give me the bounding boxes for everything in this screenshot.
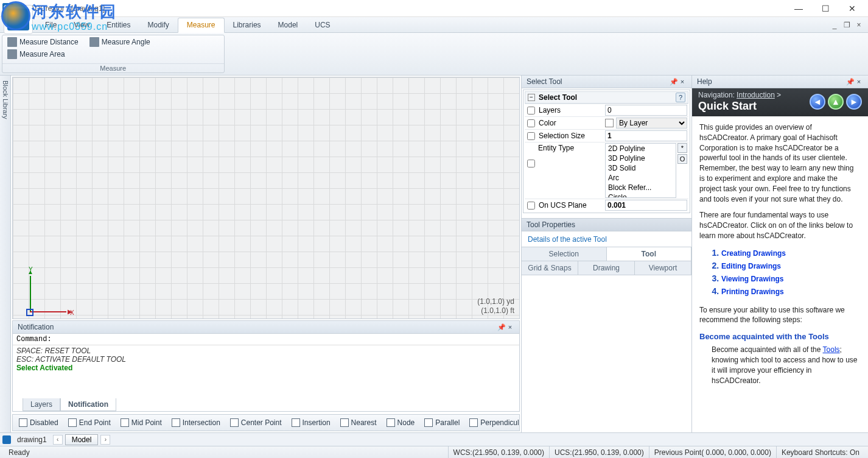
command-input[interactable]: Command:	[13, 334, 519, 345]
color-swatch	[605, 119, 614, 127]
menu-libraries[interactable]: Libraries	[225, 17, 270, 32]
snap-nearest-button[interactable]: Nearest	[337, 417, 380, 428]
select-tool-panel-header: Select Tool 📌 ×	[522, 76, 691, 88]
entity-type-checkbox[interactable]	[527, 160, 535, 167]
help-link-creating[interactable]: Creating Drawings	[721, 249, 786, 258]
block-library-tab[interactable]: Block Library	[0, 76, 11, 432]
snap-center-button[interactable]: Center Point	[226, 417, 285, 428]
mdi-restore-button[interactable]: ❐	[841, 20, 852, 30]
tab-viewport[interactable]: Viewport	[634, 261, 691, 275]
entity-none-button[interactable]: O	[677, 154, 687, 164]
window-title: hsCADCreator - [drawing1]	[17, 4, 785, 13]
layers-input[interactable]	[605, 105, 687, 116]
tab-drawing[interactable]: Drawing	[578, 261, 635, 275]
status-ucs: UCS:(21.950, 0.139, 0.000)	[549, 446, 649, 458]
nearest-icon	[340, 418, 349, 427]
menu-ucs[interactable]: UCS	[306, 17, 338, 32]
status-wcs: WCS:(21.950, 0.139, 0.000)	[448, 446, 549, 458]
parallel-icon	[424, 418, 433, 427]
status-bar: Ready WCS:(21.950, 0.139, 0.000) UCS:(21…	[0, 446, 868, 458]
ribbon: Measure Distance Measure Angle Measure A…	[0, 33, 868, 76]
snap-perpendicular-button[interactable]: Perpendicular	[466, 417, 520, 428]
section-collapse-button[interactable]: −	[528, 94, 535, 101]
mdi-close-button[interactable]: ×	[853, 20, 864, 30]
help-content: This guide provides an overview of hsCAD…	[692, 116, 868, 432]
help-link-viewing[interactable]: Viewing Drawings	[721, 275, 783, 283]
menu-file[interactable]: File	[37, 17, 65, 32]
help-back-button[interactable]: ◄	[810, 94, 825, 110]
help-page-title: Quick Start	[698, 100, 807, 113]
mdi-minimize-button[interactable]: _	[829, 20, 840, 30]
snap-insertion-button[interactable]: Insertion	[288, 417, 334, 428]
insertion-icon	[292, 418, 300, 427]
tab-notification[interactable]: Notification	[60, 398, 116, 411]
menu-bar: File View Entities Modify Measure Librar…	[0, 17, 868, 33]
snap-node-button[interactable]: Node	[383, 417, 419, 428]
snap-disabled-button[interactable]: Disabled	[15, 417, 62, 428]
doc-icon	[2, 435, 11, 444]
menu-entities[interactable]: Entities	[98, 17, 139, 32]
selection-size-checkbox[interactable]	[527, 132, 535, 140]
select-tool-close-button[interactable]: ×	[678, 78, 687, 85]
doc-tab-next-button[interactable]: ›	[100, 435, 110, 445]
document-tab-bar: drawing1 ‹ Model ›	[0, 432, 868, 446]
color-checkbox[interactable]	[527, 119, 535, 127]
ucs-plane-input[interactable]	[605, 200, 687, 211]
entity-all-button[interactable]: *	[677, 143, 687, 153]
ucs-plane-checkbox[interactable]	[527, 202, 535, 210]
tab-tool[interactable]: Tool	[606, 247, 692, 261]
area-icon	[7, 49, 17, 59]
angle-icon	[89, 37, 99, 47]
help-link-editing[interactable]: Editing Drawings	[721, 262, 781, 270]
status-previous-point: Previous Point( 0.000, 0.000, 0.000)	[649, 446, 776, 458]
tab-layers[interactable]: Layers	[23, 398, 60, 411]
disabled-icon	[19, 418, 27, 427]
help-panel-header: Help 📌 ×	[692, 76, 868, 88]
help-forward-button[interactable]: ►	[846, 94, 862, 110]
snap-parallel-button[interactable]: Parallel	[421, 417, 463, 428]
ribbon-group-measure: Measure Distance Measure Angle Measure A…	[2, 35, 225, 73]
ruler-icon	[7, 37, 17, 47]
help-tools-link[interactable]: Tools	[823, 345, 840, 354]
canvas-coordinate-readout: (1.0,1.0) yd (1.0,1.0) ft	[477, 297, 514, 315]
help-nav-bar: Navigation: Introduction > Quick Start ◄…	[692, 88, 868, 116]
snap-intersection-button[interactable]: Intersection	[168, 417, 224, 428]
help-up-button[interactable]: ▲	[828, 94, 844, 110]
select-tool-pin-button[interactable]: 📌	[670, 78, 678, 86]
doc-tab-drawing1[interactable]: drawing1	[13, 435, 51, 444]
doc-tab-prev-button[interactable]: ‹	[53, 435, 63, 445]
menu-model[interactable]: Model	[270, 17, 307, 32]
help-link-printing[interactable]: Printing Drawings	[721, 287, 784, 296]
section-help-button[interactable]: ?	[676, 93, 685, 102]
title-bar: hsCADCreator - [drawing1] — ☐ ✕	[0, 0, 868, 17]
measure-area-button[interactable]: Measure Area	[5, 49, 222, 60]
help-pin-button[interactable]: 📌	[846, 78, 855, 86]
entity-type-list[interactable]: 2D Polyline 3D Polyline 3D Solid Arc Blo…	[605, 143, 676, 198]
tool-properties-details-link[interactable]: Details of the active Tool	[522, 231, 691, 247]
drawing-canvas[interactable]: Y X (1.0,1.0) yd (1.0,1.0) ft	[12, 77, 520, 319]
notification-close-button[interactable]: ×	[506, 323, 514, 331]
color-select[interactable]: By Layer	[616, 118, 687, 129]
help-close-button[interactable]: ×	[855, 78, 863, 85]
measure-distance-button[interactable]: Measure Distance	[5, 37, 81, 48]
selection-size-input[interactable]	[605, 130, 687, 141]
snap-endpoint-button[interactable]: End Point	[65, 417, 114, 428]
maximize-button[interactable]: ☐	[812, 0, 839, 17]
menu-view[interactable]: View	[65, 17, 98, 32]
notification-panel: Notification 📌 × Command: SPACE: RESET T…	[12, 320, 520, 412]
notification-pin-button[interactable]: 📌	[497, 323, 506, 331]
measure-angle-button[interactable]: Measure Angle	[87, 37, 153, 48]
layers-checkbox[interactable]	[527, 107, 535, 114]
notification-log: SPACE: RESET TOOL ESC: ACTIVATE DEFAULT …	[13, 345, 519, 398]
tab-grid-snaps[interactable]: Grid & Snaps	[521, 261, 578, 275]
tab-selection[interactable]: Selection	[521, 247, 607, 261]
minimize-button[interactable]: —	[785, 0, 812, 17]
menu-measure[interactable]: Measure	[178, 18, 225, 33]
help-breadcrumb-link[interactable]: Introduction	[737, 91, 775, 99]
model-view-button[interactable]: Model	[65, 434, 99, 445]
status-shortcuts[interactable]: Keyboard Shortcuts: On	[776, 446, 864, 458]
snap-midpoint-button[interactable]: Mid Point	[117, 417, 166, 428]
menu-modify[interactable]: Modify	[139, 17, 178, 32]
app-logo[interactable]	[4, 5, 33, 34]
close-button[interactable]: ✕	[839, 0, 866, 17]
